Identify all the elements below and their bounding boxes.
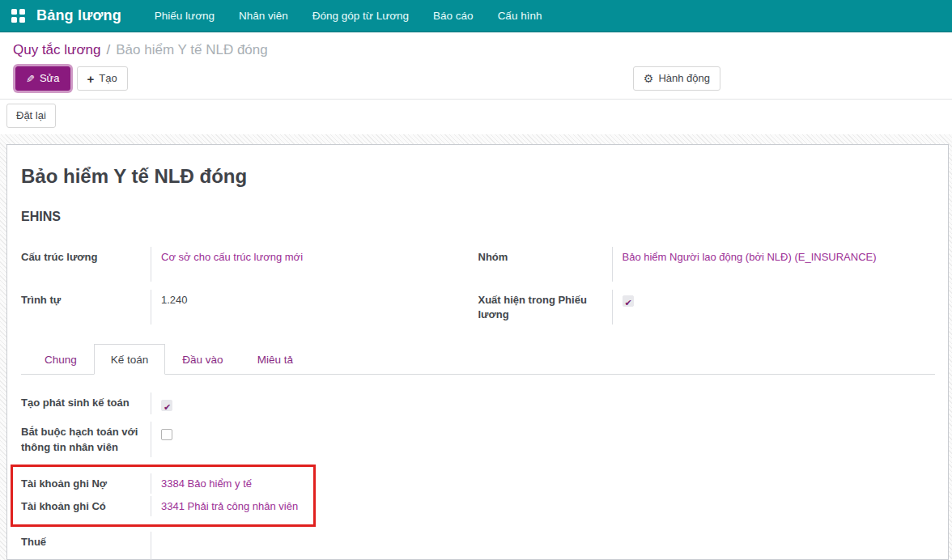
salary-structure-value: Cơ sở cho cấu trúc lương mới <box>151 247 478 282</box>
sequence-label: Trình tự <box>21 290 151 325</box>
content-area: Bảo hiểm Y tế NLĐ đóng EHINS Cấu trúc lư… <box>0 134 952 560</box>
apps-grid-square <box>19 9 25 15</box>
tab-dau-vao[interactable]: Đầu vào <box>165 344 240 375</box>
pencil-icon <box>26 74 35 84</box>
field-row-force-employee-account: Bắt buộc hạch toán với thông tin nhân vi… <box>21 422 935 457</box>
secondary-button-row: Đặt lại <box>0 100 952 134</box>
breadcrumb-separator: / <box>107 42 111 57</box>
tab-ke-toan[interactable]: Kế toán <box>94 344 166 375</box>
apps-grid-square <box>11 17 17 23</box>
reset-button-label: Đặt lại <box>16 109 46 122</box>
debit-account-cell: 3384 Bảo hiểm y tế <box>151 473 313 494</box>
field-row-category: Nhóm Bảo hiểm Người lao động (bởi NLĐ) (… <box>478 247 936 282</box>
field-row-appears-on-payslip: Xuất hiện trong Phiếu lương <box>478 290 936 325</box>
record-code: EHINS <box>21 210 935 224</box>
form-card: Bảo hiểm Y tế NLĐ đóng EHINS Cấu trúc lư… <box>6 144 949 560</box>
apps-grid-square <box>11 9 17 15</box>
tax-label: Thuế <box>21 532 151 560</box>
category-link[interactable]: Bảo hiểm Người lao động (bởi NLĐ) (E_INS… <box>623 251 877 263</box>
reset-button[interactable]: Đặt lại <box>6 104 56 128</box>
screen: Bảng lương Phiếu lương Nhân viên Đóng gó… <box>0 0 952 560</box>
app-name-menu[interactable]: Bảng lương <box>36 7 121 24</box>
gear-icon <box>644 73 654 84</box>
button-row: Sửa Tạo Hành động <box>13 66 939 91</box>
breadcrumb: Quy tắc lương/Bảo hiểm Y tế NLĐ đóng <box>13 40 939 61</box>
generate-entries-cell <box>151 392 935 414</box>
nav-item-cau-hinh[interactable]: Cấu hình <box>486 0 555 32</box>
force-employee-account-checkbox[interactable] <box>161 429 172 440</box>
appears-on-payslip-label: Xuất hiện trong Phiếu lương <box>478 290 612 325</box>
create-button-label: Tạo <box>99 72 117 85</box>
tab-mieu-ta[interactable]: Miêu tả <box>240 344 310 375</box>
apps-grid-square <box>19 17 25 23</box>
top-navbar: Bảng lương Phiếu lương Nhân viên Đóng gó… <box>0 0 952 32</box>
credit-account-cell: 3341 Phải trả công nhân viên <box>151 496 313 516</box>
field-column-left: Cấu trúc lương Cơ sở cho cấu trúc lương … <box>21 247 478 333</box>
highlight-box: Tài khoản ghi Nợ 3384 Bảo hiểm y tế Tài … <box>11 465 316 527</box>
salary-structure-link[interactable]: Cơ sở cho cấu trúc lương mới <box>161 251 303 263</box>
edit-button-label: Sửa <box>40 72 60 85</box>
action-menu-button[interactable]: Hành động <box>633 66 720 91</box>
navbar-menu: Phiếu lương Nhân viên Đóng góp từ Lương … <box>142 0 555 32</box>
plus-icon <box>87 73 95 85</box>
breadcrumb-parent-link[interactable]: Quy tắc lương <box>13 42 101 57</box>
edit-button[interactable]: Sửa <box>15 66 70 91</box>
force-employee-account-cell <box>151 422 935 457</box>
generate-entries-checkbox[interactable] <box>161 400 172 411</box>
tab-content-accounting: Tạo phát sinh kế toán Bắt buộc hạch toán… <box>21 375 935 560</box>
sequence-value: 1.240 <box>161 294 188 306</box>
nav-item-nhan-vien[interactable]: Nhân viên <box>227 0 300 32</box>
appears-on-payslip-cell <box>612 290 936 325</box>
nav-item-bao-cao[interactable]: Báo cáo <box>421 0 486 32</box>
create-button[interactable]: Tạo <box>77 66 128 91</box>
force-employee-account-label: Bắt buộc hạch toán với thông tin nhân vi… <box>21 422 151 457</box>
nav-item-dong-gop-tu-luong[interactable]: Đóng góp từ Lương <box>300 0 421 32</box>
credit-account-link[interactable]: 3341 Phải trả công nhân viên <box>161 500 298 512</box>
nav-item-phieu-luong[interactable]: Phiếu lương <box>142 0 227 32</box>
notebook-tabs: Chung Kế toán Đầu vào Miêu tả <box>21 344 935 375</box>
control-panel: Quy tắc lương/Bảo hiểm Y tế NLĐ đóng Sửa… <box>0 32 952 100</box>
record-title: Bảo hiểm Y tế NLĐ đóng <box>21 165 935 188</box>
apps-grid-icon[interactable] <box>11 9 25 23</box>
category-label: Nhóm <box>478 247 612 282</box>
field-column-right: Nhóm Bảo hiểm Người lao động (bởi NLĐ) (… <box>478 247 936 333</box>
field-row-generate-entries: Tạo phát sinh kế toán <box>21 392 935 414</box>
action-button-label: Hành động <box>658 72 710 85</box>
sequence-value-cell: 1.240 <box>151 290 478 325</box>
debit-account-link[interactable]: 3384 Bảo hiểm y tế <box>161 477 252 490</box>
field-row-tax: Thuế <box>21 532 935 560</box>
tax-cell <box>151 532 935 560</box>
category-value: Bảo hiểm Người lao động (bởi NLĐ) (E_INS… <box>612 247 936 282</box>
field-row-sequence: Trình tự 1.240 <box>21 290 478 325</box>
breadcrumb-current: Bảo hiểm Y tế NLĐ đóng <box>116 42 267 57</box>
tab-chung[interactable]: Chung <box>28 344 94 375</box>
field-row-salary-structure: Cấu trúc lương Cơ sở cho cấu trúc lương … <box>21 247 478 282</box>
debit-account-label: Tài khoản ghi Nợ <box>21 473 151 494</box>
field-row-credit-account: Tài khoản ghi Có 3341 Phải trả công nhân… <box>21 496 313 516</box>
credit-account-label: Tài khoản ghi Có <box>21 496 151 516</box>
salary-structure-label: Cấu trúc lương <box>21 247 151 282</box>
field-grid: Cấu trúc lương Cơ sở cho cấu trúc lương … <box>21 247 935 333</box>
appears-on-payslip-checkbox[interactable] <box>623 295 634 307</box>
field-row-debit-account: Tài khoản ghi Nợ 3384 Bảo hiểm y tế <box>21 473 313 494</box>
generate-entries-label: Tạo phát sinh kế toán <box>21 392 151 414</box>
